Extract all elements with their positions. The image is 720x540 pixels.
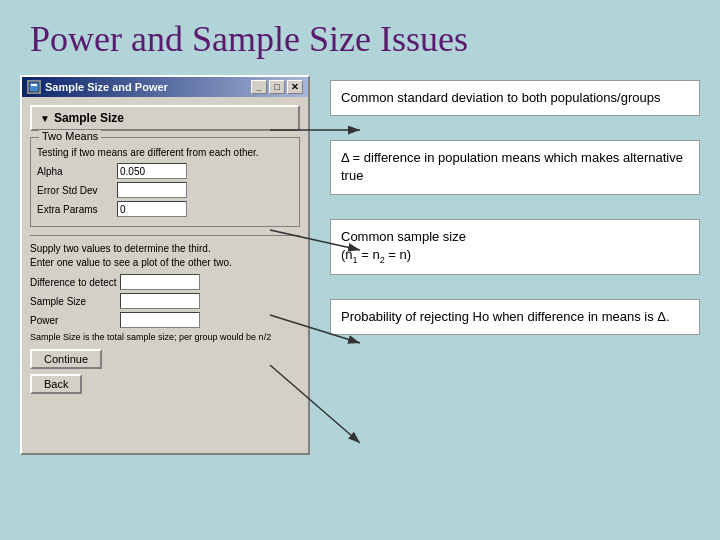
back-button[interactable]: Back xyxy=(30,374,82,394)
dialog-title: Sample Size and Power xyxy=(45,81,168,93)
annotation-common-std: Common standard deviation to both popula… xyxy=(330,80,700,116)
dialog-titlebar: Sample Size and Power _ □ ✕ xyxy=(22,77,308,97)
power-row: Power xyxy=(30,312,300,328)
annotation-delta: Δ = difference in population means which… xyxy=(330,140,700,194)
error-std-row: Error Std Dev xyxy=(37,182,293,198)
restore-button[interactable]: □ xyxy=(269,80,285,94)
alpha-row: Alpha xyxy=(37,163,293,179)
alpha-label: Alpha xyxy=(37,166,117,177)
annotation-3-text: Common sample size(n1 = n2 = n) xyxy=(341,229,466,262)
sample-size-label: Sample Size xyxy=(30,296,120,307)
titlebar-buttons: _ □ ✕ xyxy=(251,80,303,94)
extra-params-input[interactable] xyxy=(117,201,187,217)
error-std-label: Error Std Dev xyxy=(37,185,117,196)
alpha-input[interactable] xyxy=(117,163,187,179)
power-input[interactable] xyxy=(120,312,200,328)
supply-text: Supply two values to determine the third… xyxy=(30,242,300,270)
titlebar-left: Sample Size and Power xyxy=(27,80,168,94)
panel-header: ▼ Sample Size xyxy=(30,105,300,131)
minimize-button[interactable]: _ xyxy=(251,80,267,94)
button-row: Continue xyxy=(30,344,300,369)
back-button-row: Back xyxy=(30,369,300,394)
difference-row: Difference to detect xyxy=(30,274,300,290)
svg-rect-1 xyxy=(31,84,37,86)
difference-input[interactable] xyxy=(120,274,200,290)
sample-size-row: Sample Size xyxy=(30,293,300,309)
svg-rect-0 xyxy=(29,82,39,92)
panel-label: Sample Size xyxy=(54,111,124,125)
extra-params-label: Extra Params xyxy=(37,204,117,215)
group-box-label: Two Means xyxy=(39,130,101,142)
sample-size-input[interactable] xyxy=(120,293,200,309)
page-title: Power and Sample Size Issues xyxy=(0,0,720,70)
annotation-1-text: Common standard deviation to both popula… xyxy=(341,90,660,105)
dialog-window: Sample Size and Power _ □ ✕ ▼ Sample Siz… xyxy=(20,75,310,455)
sample-size-note: Sample Size is the total sample size; pe… xyxy=(30,332,300,344)
close-button[interactable]: ✕ xyxy=(287,80,303,94)
dialog-icon xyxy=(27,80,41,94)
separator xyxy=(30,235,300,236)
extra-params-row: Extra Params xyxy=(37,201,293,217)
description-text: Testing if two means are different from … xyxy=(37,146,293,159)
dialog-body: ▼ Sample Size Two Means Testing if two m… xyxy=(22,97,308,402)
power-label: Power xyxy=(30,315,120,326)
annotation-power: Probability of rejecting Ho when differe… xyxy=(330,299,700,335)
annotation-4-text: Probability of rejecting Ho when differe… xyxy=(341,309,670,324)
panel-arrow-icon: ▼ xyxy=(40,113,50,124)
annotation-2-text: Δ = difference in population means which… xyxy=(341,150,683,183)
error-std-input[interactable] xyxy=(117,182,187,198)
continue-button[interactable]: Continue xyxy=(30,349,102,369)
difference-label: Difference to detect xyxy=(30,277,120,288)
detect-group: Difference to detect Sample Size Power xyxy=(30,274,300,328)
two-means-group: Two Means Testing if two means are diffe… xyxy=(30,137,300,227)
annotation-sample-size: Common sample size(n1 = n2 = n) xyxy=(330,219,700,275)
